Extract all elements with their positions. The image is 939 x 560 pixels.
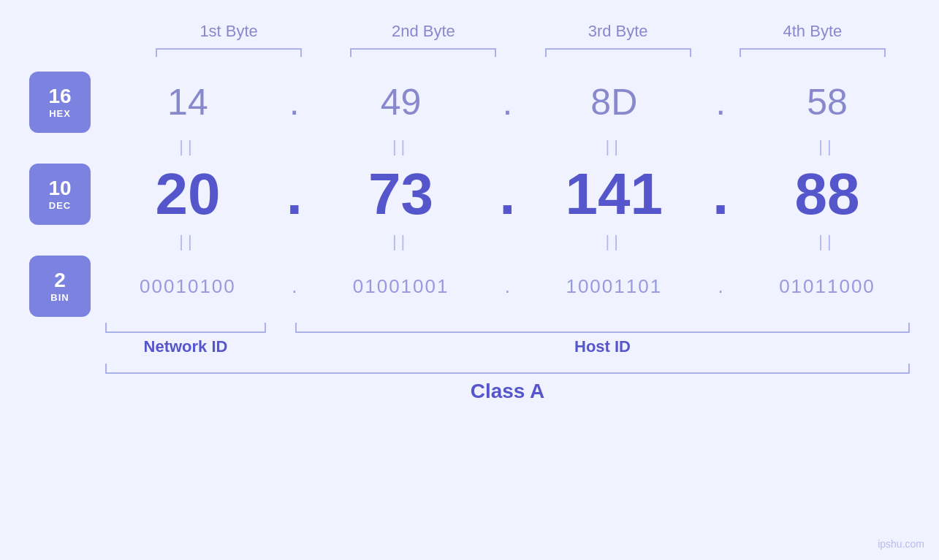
dec-dot1: . [280, 165, 309, 223]
bin-values: 00010100 . 01001001 . 10001101 . 0101100… [105, 275, 910, 298]
eq2-b2: || [328, 232, 474, 251]
bin-dot1: . [280, 275, 309, 298]
bin-b2: 01001001 [328, 275, 474, 298]
top-brackets [29, 48, 910, 57]
bin-base-num: 2 [54, 269, 66, 292]
hex-b1: 14 [115, 81, 261, 123]
id-brackets-container: Network ID Host ID [29, 323, 910, 356]
hex-badge: 16 HEX [29, 72, 91, 133]
dec-b3: 141 [541, 161, 687, 228]
hex-b2: 49 [328, 81, 474, 123]
hex-base-label: HEX [49, 108, 71, 119]
bracket-byte4 [740, 48, 886, 57]
bin-badge: 2 BIN [29, 256, 91, 317]
hex-b4: 58 [754, 81, 900, 123]
bin-b1: 00010100 [115, 275, 261, 298]
byte4-header: 4th Byte [740, 22, 886, 41]
bin-base-label: BIN [50, 292, 69, 303]
network-id-bracket [105, 323, 266, 333]
hex-base-num: 16 [48, 85, 71, 108]
dec-b4: 88 [754, 161, 900, 228]
network-id-label: Network ID [144, 337, 228, 356]
watermark: ipshu.com [878, 538, 924, 550]
dec-values: 20 . 73 . 141 . 88 [105, 161, 910, 228]
byte3-header: 3rd Byte [545, 22, 691, 41]
class-bracket [105, 364, 910, 374]
hex-dot1: . [280, 81, 309, 123]
byte1-header: 1st Byte [156, 22, 302, 41]
hex-values: 14 . 49 . 8D . 58 [105, 81, 910, 123]
byte-headers: 1st Byte 2nd Byte 3rd Byte 4th Byte [29, 22, 910, 41]
host-id-label: Host ID [574, 337, 631, 356]
dec-dot3: . [706, 165, 735, 223]
dec-base-label: DEC [49, 200, 71, 211]
bin-dot2: . [493, 275, 522, 298]
equals-area-1: || || || || [105, 137, 910, 156]
dec-base-num: 10 [48, 177, 71, 200]
byte2-header: 2nd Byte [350, 22, 496, 41]
host-id-section: Host ID [295, 323, 910, 356]
host-id-bracket [295, 323, 910, 333]
dec-b1: 20 [115, 161, 261, 228]
main-container: 1st Byte 2nd Byte 3rd Byte 4th Byte 16 H… [0, 0, 939, 560]
eq1-b4: || [754, 137, 900, 156]
bracket-byte1 [156, 48, 302, 57]
bin-dot3: . [706, 275, 735, 298]
eq1-b2: || [328, 137, 474, 156]
hex-row: 16 HEX 14 . 49 . 8D . 58 [29, 72, 910, 133]
bin-b4: 01011000 [754, 275, 900, 298]
dec-row: 10 DEC 20 . 73 . 141 . 88 [29, 161, 910, 228]
dec-badge: 10 DEC [29, 164, 91, 225]
hex-dot2: . [493, 81, 522, 123]
eq2-b1: || [115, 232, 261, 251]
bin-row: 2 BIN 00010100 . 01001001 . 10001101 . [29, 256, 910, 317]
equals-row-1: || || || || [29, 137, 910, 156]
eq2-b3: || [541, 232, 687, 251]
equals-row-2: || || || || [29, 232, 910, 251]
dec-b2: 73 [328, 161, 474, 228]
bin-b3: 10001101 [541, 275, 687, 298]
class-label: Class A [471, 380, 545, 403]
eq1-b1: || [115, 137, 261, 156]
dec-dot2: . [493, 165, 522, 223]
eq1-b3: || [541, 137, 687, 156]
network-id-section: Network ID [105, 323, 266, 356]
bracket-byte3 [545, 48, 691, 57]
bracket-byte2 [350, 48, 496, 57]
hex-dot3: . [706, 81, 735, 123]
class-section: Class A [29, 364, 910, 403]
eq2-b4: || [754, 232, 900, 251]
equals-area-2: || || || || [105, 232, 910, 251]
hex-b3: 8D [541, 81, 687, 123]
